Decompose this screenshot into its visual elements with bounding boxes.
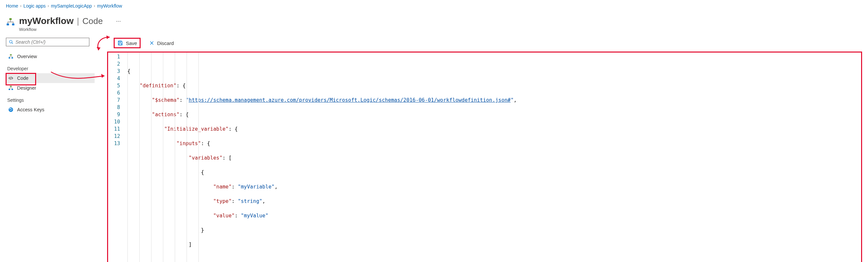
svg-rect-2	[12, 24, 14, 26]
sidebar-item-overview[interactable]: Overview	[6, 52, 95, 61]
breadcrumb: Home › Logic apps › mySampleLogicApp › m…	[6, 3, 862, 8]
svg-line-8	[10, 76, 11, 79]
svg-point-3	[9, 40, 12, 43]
designer-icon	[8, 85, 14, 91]
sidebar-item-label: Access Keys	[17, 107, 44, 112]
refresh-icon	[8, 107, 14, 112]
save-label: Save	[126, 40, 137, 46]
save-icon	[117, 40, 123, 46]
line-number-gutter: 1 2 3 4 5 6 7 8 9 10 11 12 13	[108, 53, 125, 262]
discard-button[interactable]: Discard	[146, 38, 177, 48]
svg-rect-1	[7, 24, 9, 26]
breadcrumb-logic-apps[interactable]: Logic apps	[23, 3, 46, 8]
svg-marker-15	[97, 47, 100, 50]
breadcrumb-home[interactable]: Home	[6, 3, 18, 8]
more-menu[interactable]: ···	[116, 18, 121, 25]
page-subtitle: Code	[83, 16, 103, 26]
chevron-right-icon: ›	[20, 4, 21, 8]
code-icon	[8, 75, 14, 81]
breadcrumb-app[interactable]: mySampleLogicApp	[51, 3, 92, 8]
close-icon	[149, 40, 154, 46]
sidebar-item-code[interactable]: Code	[6, 73, 95, 83]
svg-point-12	[8, 107, 13, 111]
chevron-right-icon: ›	[94, 4, 95, 8]
svg-line-4	[12, 43, 13, 44]
resource-type-label: Workflow	[19, 27, 121, 32]
svg-rect-0	[9, 18, 12, 20]
svg-rect-16	[119, 41, 121, 42]
svg-marker-13	[101, 74, 104, 78]
search-icon	[9, 40, 13, 44]
breadcrumb-workflow[interactable]: myWorkflow	[97, 3, 122, 8]
sidebar-item-label: Overview	[17, 54, 37, 59]
svg-rect-9	[10, 86, 11, 87]
sidebar-heading-settings: Settings	[7, 98, 95, 103]
svg-rect-5	[10, 54, 11, 55]
svg-rect-7	[11, 58, 13, 59]
search-input[interactable]	[16, 39, 86, 45]
workflow-icon	[8, 54, 14, 59]
search-input-wrapper[interactable]	[6, 38, 89, 46]
page-title: myWorkflow	[19, 16, 73, 26]
code-editor[interactable]: 1 2 3 4 5 6 7 8 9 10 11 12 13	[107, 52, 862, 262]
sidebar-item-label: Designer	[17, 85, 36, 91]
sidebar-item-label: Code	[17, 75, 29, 81]
discard-label: Discard	[157, 40, 174, 46]
sidebar-item-designer[interactable]: Designer	[6, 83, 95, 93]
svg-rect-6	[8, 58, 10, 59]
title-divider: |	[77, 16, 79, 26]
svg-rect-17	[119, 43, 122, 45]
svg-rect-10	[8, 89, 10, 90]
sidebar-heading-developer: Developer	[7, 66, 95, 71]
chevron-right-icon: ›	[48, 4, 49, 8]
sidebar-item-access-keys[interactable]: Access Keys	[6, 105, 95, 114]
workflow-icon	[6, 16, 15, 28]
save-button[interactable]: Save	[114, 38, 141, 48]
svg-rect-11	[11, 89, 13, 90]
code-content[interactable]: { "definition": { "$schema": "https://sc…	[125, 53, 520, 262]
